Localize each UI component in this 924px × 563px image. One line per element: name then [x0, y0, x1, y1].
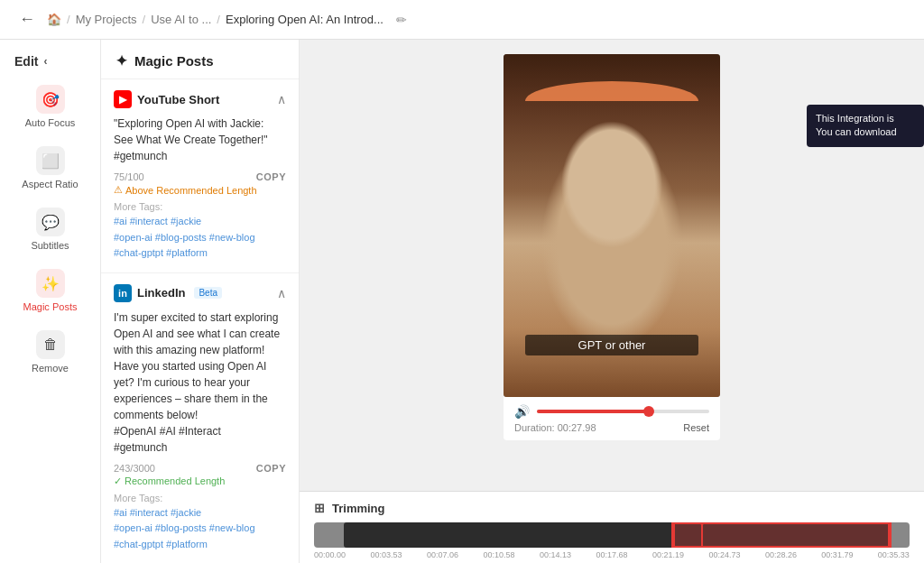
timeline[interactable]	[314, 522, 910, 548]
magic-panel-header: ✦ Magic Posts	[101, 40, 299, 79]
duration-label: Duration: 00:27.98	[514, 422, 596, 433]
volume-row: 🔊	[514, 404, 709, 419]
timeline-selected-range	[671, 522, 892, 548]
linkedin-post-content: I'm super excited to start exploring Ope…	[114, 309, 286, 456]
volume-slider[interactable]	[537, 410, 709, 413]
ts-4: 00:14.13	[540, 550, 571, 559]
breadcrumb-current: Exploring Open AI: An Introd...	[226, 13, 383, 26]
linkedin-length-ok: ✓ Recommended Length	[114, 475, 286, 487]
subtitles-icon: 💬	[36, 208, 65, 236]
youtube-short-title: ▶ YouTube Short	[114, 90, 219, 108]
timeline-handle-right[interactable]	[888, 522, 892, 548]
trimming-section: ⊞ Trimming 00:00.00 00:03.53 00:07.06 00…	[300, 491, 924, 563]
trimming-header: ⊞ Trimming	[314, 501, 910, 515]
volume-icon: 🔊	[514, 404, 530, 419]
video-subtitle: GPT or other	[525, 335, 698, 355]
linkedin-tags-section: More Tags: #ai #interact #jackie #open-a…	[114, 493, 286, 553]
main-layout: Edit ‹ 🎯 Auto Focus ⬜ Aspect Ratio 💬 Sub…	[0, 40, 924, 563]
tooltip-text: This Integration is You can download	[816, 113, 897, 137]
youtube-tags-section: More Tags: #ai #interact #jackie #open-a…	[114, 201, 286, 262]
auto-focus-label: Auto Focus	[25, 117, 76, 128]
youtube-copy-button[interactable]: COPY	[256, 171, 286, 182]
home-icon[interactable]: 🏠	[47, 13, 61, 26]
youtube-tags-label: More Tags:	[114, 201, 286, 212]
linkedin-char-count: 243/3000	[114, 463, 155, 474]
linkedin-section: in LinkedIn Beta ∧ I'm super excited to …	[101, 273, 299, 563]
aspect-ratio-label: Aspect Ratio	[22, 179, 78, 189]
ts-9: 00:31.79	[821, 550, 853, 559]
timeline-playhead[interactable]	[701, 522, 703, 548]
edit-collapse-icon: ‹	[43, 55, 47, 68]
youtube-icon: ▶	[114, 90, 132, 108]
warning-icon: ⚠	[114, 184, 123, 196]
linkedin-tags-label: More Tags:	[114, 493, 286, 503]
sidebar-item-aspect-ratio[interactable]: ⬜ Aspect Ratio	[0, 137, 100, 198]
video-controls: 🔊 Duration: 00:27.98 Reset	[504, 397, 720, 440]
remove-label: Remove	[32, 363, 69, 374]
youtube-short-section: ▶ YouTube Short ∧ "Exploring Open AI wit…	[101, 79, 299, 273]
content-top: GPT or other 🔊 Duration: 00:27.98 Reset	[300, 40, 924, 491]
magic-wand-icon: ✦	[116, 52, 127, 69]
breadcrumb: 🏠 / My Projects / Use AI to ... / Explor…	[47, 13, 407, 27]
magic-panel-title: Magic Posts	[134, 53, 214, 69]
volume-thumb	[643, 406, 654, 417]
ts-8: 00:28.26	[765, 550, 797, 559]
linkedin-icon: in	[114, 284, 132, 302]
youtube-char-count: 75/100	[114, 171, 144, 182]
ts-7: 00:24.73	[708, 550, 740, 559]
youtube-tags: #ai #interact #jackie #open-ai #blog-pos…	[114, 214, 286, 262]
linkedin-copy-button[interactable]: COPY	[256, 463, 286, 474]
ts-5: 00:17.68	[596, 550, 627, 559]
subtitles-label: Subtitles	[31, 240, 69, 251]
ts-10: 00:35.33	[878, 550, 910, 559]
linkedin-collapse-button[interactable]: ∧	[277, 286, 286, 300]
duration-row: Duration: 00:27.98 Reset	[514, 422, 709, 433]
beta-badge: Beta	[194, 287, 222, 299]
ts-3: 00:10.58	[483, 550, 514, 559]
linkedin-header: in LinkedIn Beta ∧	[114, 284, 286, 302]
youtube-collapse-button[interactable]: ∧	[277, 92, 286, 106]
top-bar: ← 🏠 / My Projects / Use AI to ... / Expl…	[0, 0, 924, 40]
ts-1: 00:03.53	[370, 550, 402, 559]
remove-icon: 🗑	[36, 330, 65, 359]
magic-posts-icon: ✨	[36, 269, 65, 298]
ts-0: 00:00.00	[314, 550, 346, 559]
timeline-handle-left[interactable]	[671, 522, 675, 548]
youtube-platform-label: YouTube Short	[137, 93, 219, 106]
youtube-short-header: ▶ YouTube Short ∧	[114, 90, 286, 108]
global-back-button[interactable]: ←	[14, 7, 40, 32]
ts-2: 00:07.06	[427, 550, 458, 559]
tooltip-box: This Integration is You can download	[807, 105, 924, 147]
trim-icon: ⊞	[314, 501, 325, 515]
edit-sidebar: Edit ‹ 🎯 Auto Focus ⬜ Aspect Ratio 💬 Sub…	[0, 40, 101, 563]
sidebar-item-subtitles[interactable]: 💬 Subtitles	[0, 198, 100, 260]
video-frame: GPT or other	[504, 54, 720, 397]
sidebar-item-remove[interactable]: 🗑 Remove	[0, 321, 100, 383]
breadcrumb-edit-icon[interactable]: ✏	[396, 13, 407, 27]
magic-posts-label: Magic Posts	[23, 301, 78, 312]
sidebar-item-auto-focus[interactable]: 🎯 Auto Focus	[0, 76, 100, 137]
linkedin-title: in LinkedIn Beta	[114, 284, 222, 302]
breadcrumb-use-ai[interactable]: Use AI to ...	[151, 13, 211, 26]
ok-icon: ✓	[114, 475, 122, 487]
aspect-ratio-icon: ⬜	[36, 146, 65, 175]
breadcrumb-projects[interactable]: My Projects	[76, 13, 137, 26]
youtube-char-count-row: 75/100 COPY	[114, 171, 286, 182]
video-person: GPT or other	[504, 54, 720, 397]
video-container: GPT or other 🔊 Duration: 00:27.98 Reset	[504, 54, 720, 440]
magic-posts-panel: ✦ Magic Posts ▶ YouTube Short ∧ "Explori…	[101, 40, 300, 563]
youtube-length-warning: ⚠ Above Recommended Length	[114, 184, 286, 196]
edit-header[interactable]: Edit ‹	[0, 47, 100, 76]
reset-button[interactable]: Reset	[683, 422, 709, 433]
linkedin-tags: #ai #interact #jackie #open-ai #blog-pos…	[114, 505, 286, 553]
ts-6: 00:21.19	[652, 550, 684, 559]
youtube-post-content: "Exploring Open AI with Jackie: See What…	[114, 115, 286, 164]
sidebar-item-magic-posts[interactable]: ✨ Magic Posts	[0, 260, 100, 321]
timeline-timestamps: 00:00.00 00:03.53 00:07.06 00:10.58 00:1…	[314, 550, 910, 559]
volume-fill	[537, 410, 649, 413]
duration-value: 00:27.98	[558, 422, 596, 433]
edit-label: Edit	[14, 54, 38, 69]
auto-focus-icon: 🎯	[36, 85, 65, 114]
linkedin-char-count-row: 243/3000 COPY	[114, 463, 286, 474]
linkedin-platform-label: LinkedIn	[137, 286, 185, 300]
